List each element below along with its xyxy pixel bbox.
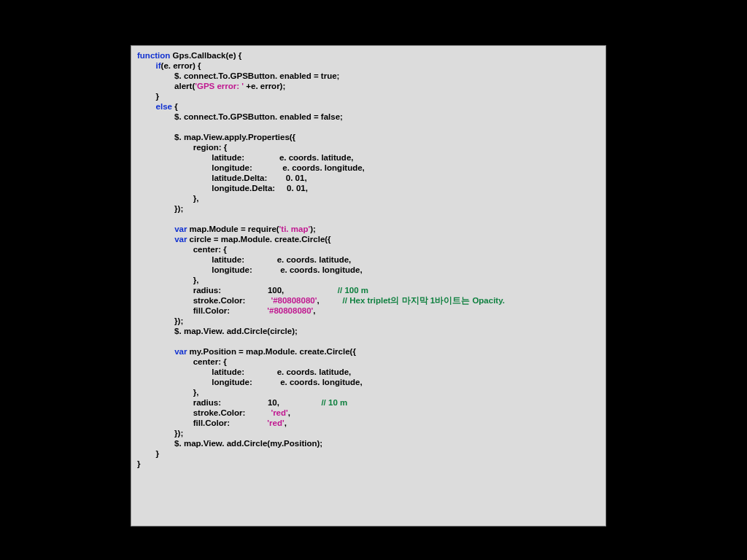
code-token: radius: 10,: [137, 398, 321, 407]
code-token: longitude: e. coords. longitude,: [137, 163, 365, 172]
code-token: stroke.Color:: [137, 408, 271, 417]
code-token: region: {: [137, 143, 227, 152]
code-token: // Hex triplet의 마지막 1바이트는 Opacity.: [343, 296, 505, 305]
code-token: $. map.View. add.Circle(my.Position);: [137, 439, 322, 448]
code-token: ,: [285, 419, 287, 427]
code-token: (e. error) {: [161, 61, 201, 70]
code-token: radius: 100,: [137, 286, 338, 295]
code-token: 'red': [267, 419, 284, 427]
code-token: longitude: e. coords. longitude,: [137, 265, 363, 274]
code-token: else: [156, 102, 172, 111]
code-token: var: [174, 225, 187, 233]
code-token: 'GPS error: ': [195, 82, 244, 90]
code-token: stroke.Color:: [137, 296, 271, 305]
code-token: });: [137, 429, 183, 438]
code-token: var: [174, 235, 187, 244]
code-token: '#80808080': [271, 296, 317, 305]
code-token: [137, 347, 174, 356]
code-token: $. connect.To.GPSButton. enabled = true;: [137, 71, 339, 80]
code-token: my.Position = map.Module. create.Circle(…: [187, 347, 355, 356]
code-token: );: [310, 225, 316, 233]
code-token: [137, 61, 156, 70]
code-token: latitude: e. coords. latitude,: [137, 368, 351, 376]
code-token: Gps.Callback(e) {: [170, 51, 241, 60]
code-token: fill.Color:: [137, 419, 267, 427]
code-slide: function Gps.Callback(e) { if(e. error) …: [131, 45, 606, 526]
code-token: });: [137, 204, 183, 213]
code-token: 'red': [271, 408, 287, 417]
code-token: if: [156, 61, 161, 70]
code-token: alert(: [137, 82, 195, 90]
code-token: function: [137, 51, 170, 60]
code-token: map.Module = require(: [187, 225, 279, 233]
code-token: latitude.Delta: 0. 01,: [137, 174, 307, 182]
code-token: ,: [313, 306, 315, 315]
code-token: '#80808080': [267, 306, 313, 315]
code-token: [137, 235, 174, 244]
code-token: circle = map.Module. create.Circle({: [187, 235, 330, 244]
code-token: center: {: [137, 245, 227, 254]
code-token: ,: [317, 296, 342, 305]
code-token: // 10 m: [321, 398, 347, 407]
code-token: $. connect.To.GPSButton. enabled = false…: [137, 112, 343, 121]
code-token: center: {: [137, 357, 227, 366]
code-token: });: [137, 316, 183, 325]
code-token: longitude: e. coords. longitude,: [137, 378, 363, 386]
code-token: var: [174, 347, 187, 356]
code-token: },: [137, 276, 198, 284]
code-token: latitude: e. coords. latitude,: [137, 255, 351, 264]
code-token: },: [137, 388, 198, 397]
code-token: +e. error);: [244, 82, 285, 90]
code-token: [137, 102, 156, 111]
code-block: function Gps.Callback(e) { if(e. error) …: [137, 50, 600, 469]
code-token: fill.Color:: [137, 306, 267, 315]
code-token: $. map.View.apply.Properties({: [137, 133, 295, 141]
code-token: latitude: e. coords. latitude,: [137, 153, 354, 162]
code-token: ,: [288, 408, 290, 417]
code-token: },: [137, 194, 198, 203]
code-token: 'ti. map': [279, 225, 311, 233]
code-token: // 100 m: [338, 286, 368, 295]
code-token: longitude.Delta: 0. 01,: [137, 184, 308, 192]
code-token: {: [172, 102, 178, 111]
code-token: [137, 225, 174, 233]
code-token: }: [137, 459, 140, 468]
code-token: }: [137, 449, 159, 458]
code-token: }: [137, 92, 159, 101]
code-token: $. map.View. add.Circle(circle);: [137, 327, 298, 335]
